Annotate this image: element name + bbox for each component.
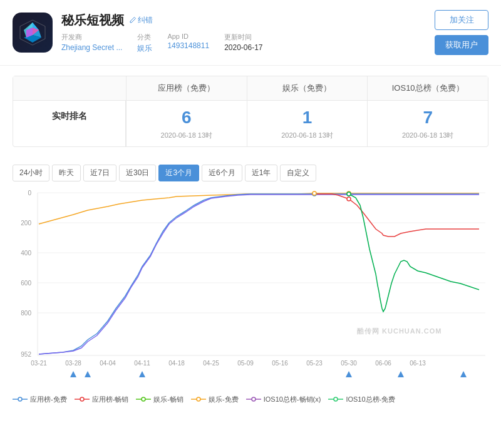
app-icon: [13, 13, 53, 53]
time-btn-1y[interactable]: 近1年: [245, 165, 278, 181]
svg-point-37: [142, 397, 145, 401]
follow-button[interactable]: 加关注: [435, 10, 488, 30]
time-filter-bar: 24小时 昨天 近7日 近30日 近3个月 近6个月 近1年 自定义: [0, 157, 501, 186]
time-btn-6m[interactable]: 近6个月: [202, 165, 242, 181]
event-marker-4: [346, 371, 352, 377]
chart-legend: 应用榜-免费 应用榜-畅销 娱乐-畅销 娱乐-免费 IOS10总榜-畅销(x): [0, 390, 501, 412]
rankings-table: 应用榜（免费） 娱乐（免费） IOS10总榜（免费） 实时排名 6 2020-0…: [13, 76, 488, 147]
header-buttons: 加关注 获取用户: [435, 10, 488, 55]
app-name: 秘乐短视频: [61, 12, 124, 29]
legend-ios10-free: IOS10总榜-免费: [328, 395, 395, 404]
legend-line-apps-free: [13, 395, 28, 403]
svg-text:05-09: 05-09: [237, 360, 254, 367]
rankings-header: 应用榜（免费） 娱乐（免费） IOS10总榜（免费）: [13, 76, 488, 101]
svg-text:06-13: 06-13: [410, 360, 426, 367]
time-btn-custom[interactable]: 自定义: [280, 165, 316, 181]
svg-text:200: 200: [21, 220, 31, 227]
time-btn-yesterday[interactable]: 昨天: [52, 165, 81, 181]
svg-text:03-21: 03-21: [31, 360, 47, 367]
time-btn-3m[interactable]: 近3个月: [158, 165, 199, 181]
rank-cell-1: 1 2020-06-18 13时: [247, 101, 368, 146]
svg-text:05-16: 05-16: [272, 360, 288, 367]
col-header-1: 娱乐（免费）: [247, 76, 368, 100]
line-entertainment-free: [39, 193, 479, 224]
chart-svg: 0 200 400 600 800 952 03-21 03-28 04-04 …: [13, 186, 488, 380]
svg-text:0: 0: [28, 190, 31, 196]
svg-text:05-30: 05-30: [341, 360, 357, 367]
meta-category: 分类 娱乐: [137, 33, 152, 54]
rank-cell-2: 7 2020-06-18 13时: [367, 101, 488, 146]
svg-text:952: 952: [21, 351, 31, 358]
legend-ios10-paid: IOS10总榜-畅销(x): [246, 395, 321, 404]
dot-red-1: [347, 197, 351, 201]
dot-orange-1: [312, 191, 316, 195]
event-marker-2: [85, 371, 91, 377]
time-btn-24h[interactable]: 24小时: [13, 165, 49, 181]
rankings-data-row: 实时排名 6 2020-06-18 13时 1 2020-06-18 13时 7…: [13, 101, 488, 146]
legend-ent-paid: 娱乐-畅销: [136, 395, 183, 404]
event-marker-6: [460, 371, 467, 377]
svg-point-33: [18, 397, 22, 401]
rank-row-label: 实时排名: [13, 101, 126, 146]
col-header-0: 应用榜（免费）: [126, 76, 247, 100]
svg-text:04-04: 04-04: [100, 360, 116, 367]
legend-ent-free: 娱乐-免费: [191, 395, 239, 404]
svg-point-39: [197, 397, 200, 401]
app-meta: 开发商 Zhejiang Secret ... 分类 娱乐 App ID 149…: [61, 33, 435, 54]
legend-line-ios10-paid: [246, 395, 261, 403]
app-header: 秘乐短视频 纠错 开发商 Zhejiang Secret ... 分类 娱乐 A…: [0, 0, 501, 66]
col-header-2: IOS10总榜（免费）: [367, 76, 488, 100]
line-apps-paid: [314, 194, 479, 237]
meta-developer: 开发商 Zhejiang Secret ...: [61, 33, 122, 54]
svg-point-41: [252, 397, 256, 401]
svg-text:05-23: 05-23: [306, 360, 323, 367]
time-btn-7d[interactable]: 近7日: [83, 165, 116, 181]
meta-update: 更新时间 2020-06-17: [224, 33, 262, 54]
svg-text:06-06: 06-06: [375, 360, 391, 367]
svg-text:04-18: 04-18: [168, 360, 185, 367]
edit-icon: [129, 16, 137, 24]
app-info: 秘乐短视频 纠错 开发商 Zhejiang Secret ... 分类 娱乐 A…: [61, 12, 435, 54]
legend-line-ent-free: [191, 395, 206, 403]
svg-point-43: [334, 397, 338, 401]
watermark-text: 酷传网 KUCHUAN.COM: [357, 327, 442, 335]
svg-text:800: 800: [21, 310, 31, 317]
svg-text:600: 600: [21, 280, 31, 287]
edit-link[interactable]: 纠错: [129, 15, 153, 26]
svg-text:04-25: 04-25: [203, 360, 219, 367]
legend-apps-paid: 应用榜-畅销: [75, 395, 129, 404]
chart-container: 0 200 400 600 800 952 03-21 03-28 04-04 …: [13, 186, 488, 382]
event-marker-5: [398, 371, 404, 377]
svg-point-35: [80, 397, 84, 401]
svg-text:400: 400: [21, 250, 31, 257]
time-btn-30d[interactable]: 近30日: [119, 165, 156, 181]
rank-cell-0: 6 2020-06-18 13时: [126, 101, 247, 146]
svg-text:03-28: 03-28: [65, 360, 81, 367]
svg-text:04-11: 04-11: [134, 360, 150, 367]
get-users-button[interactable]: 获取用户: [435, 35, 488, 55]
event-marker-1: [70, 371, 76, 377]
legend-apps-free: 应用榜-免费: [13, 395, 67, 404]
legend-line-apps-paid: [75, 395, 90, 403]
chart-wrapper: 0 200 400 600 800 952 03-21 03-28 04-04 …: [13, 186, 488, 382]
dot-green-1: [347, 192, 351, 196]
legend-line-ent-paid: [136, 395, 151, 403]
legend-line-ios10-free: [328, 395, 343, 403]
meta-appid: App ID 1493148811: [167, 33, 209, 54]
event-marker-3: [139, 371, 145, 377]
